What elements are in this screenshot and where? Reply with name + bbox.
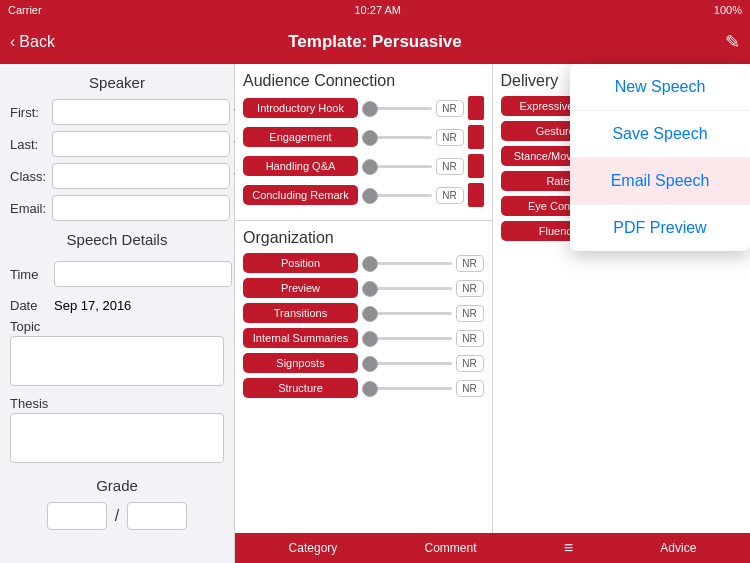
nr-badge-org-0: NR (456, 255, 484, 272)
comment-label: Comment (425, 541, 477, 555)
audience-row-2: Handling Q&A NR (243, 154, 484, 178)
slider-thumb-aud-3[interactable] (362, 188, 378, 204)
audience-btn-0[interactable]: Introductory Hook (243, 98, 358, 118)
colored-bar-aud-3 (468, 183, 484, 207)
nr-badge-org-4: NR (456, 355, 484, 372)
slider-container-org-0 (362, 262, 452, 265)
nr-badge-aud-1: NR (436, 129, 464, 146)
date-row: Date Sep 17, 2016 (10, 298, 224, 313)
back-chevron-icon: ‹ (10, 33, 15, 51)
date-label: Date (10, 298, 48, 313)
audience-btn-2[interactable]: Handling Q&A (243, 156, 358, 176)
slider-thumb-org-3[interactable] (362, 331, 378, 347)
category-label: Category (289, 541, 338, 555)
org-btn-1[interactable]: Preview (243, 278, 358, 298)
slider-thumb-aud-1[interactable] (362, 130, 378, 146)
nr-badge-org-3: NR (456, 330, 484, 347)
thesis-label: Thesis (10, 396, 224, 411)
org-row-0: Position NR (243, 253, 484, 273)
audience-connection-rows: Introductory Hook NR Engagement NR Handl… (243, 96, 484, 207)
speaker-section-title: Speaker (10, 74, 224, 91)
slider-track-org-5 (362, 387, 452, 390)
org-row-1: Preview NR (243, 278, 484, 298)
colored-bar-aud-0 (468, 96, 484, 120)
bottom-bar: Category Comment ≡ Advice (235, 533, 750, 563)
audience-connection-title: Audience Connection (243, 72, 484, 90)
left-panel: Speaker First: * + Last: * Class: * + Em… (0, 64, 235, 563)
slider-track-aud-0 (362, 107, 432, 110)
org-btn-3[interactable]: Internal Summaries (243, 328, 358, 348)
slider-container-org-3 (362, 337, 452, 340)
slider-track-org-4 (362, 362, 452, 365)
slider-track-aud-3 (362, 194, 432, 197)
org-btn-2[interactable]: Transitions (243, 303, 358, 323)
audience-btn-1[interactable]: Engagement (243, 127, 358, 147)
slider-thumb-org-1[interactable] (362, 281, 378, 297)
pdf-preview-item[interactable]: PDF Preview (570, 205, 750, 251)
slider-thumb-org-5[interactable] (362, 381, 378, 397)
slider-thumb-aud-2[interactable] (362, 159, 378, 175)
grade-row: / (10, 502, 224, 530)
speech-details-title: Speech Details (10, 231, 224, 248)
time-input[interactable] (54, 261, 232, 287)
org-btn-5[interactable]: Structure (243, 378, 358, 398)
org-btn-0[interactable]: Position (243, 253, 358, 273)
topic-label: Topic (10, 319, 224, 334)
slider-container-org-5 (362, 387, 452, 390)
audience-row-0: Introductory Hook NR (243, 96, 484, 120)
status-bar: Carrier 10:27 AM 100% (0, 0, 750, 20)
grade-section: Grade / (10, 477, 224, 530)
email-input[interactable] (52, 195, 230, 221)
slider-thumb-org-2[interactable] (362, 306, 378, 322)
main-container: Speaker First: * + Last: * Class: * + Em… (0, 64, 750, 563)
slider-thumb-aud-0[interactable] (362, 101, 378, 117)
grade-numerator-input[interactable] (47, 502, 107, 530)
topic-group: Topic (10, 319, 224, 390)
email-speech-item[interactable]: Email Speech (570, 158, 750, 205)
thesis-input[interactable] (10, 413, 224, 463)
org-btn-4[interactable]: Signposts (243, 353, 358, 373)
nr-badge-aud-0: NR (436, 100, 464, 117)
organization-title: Organization (243, 229, 484, 247)
grade-denominator-input[interactable] (127, 502, 187, 530)
time-row: Time Start Timer (10, 256, 224, 292)
audience-row-3: Concluding Remark NR (243, 183, 484, 207)
org-row-5: Structure NR (243, 378, 484, 398)
slider-track-org-1 (362, 287, 452, 290)
left-scoring-area: Audience Connection Introductory Hook NR… (235, 64, 493, 533)
topic-input[interactable] (10, 336, 224, 386)
slider-track-org-0 (362, 262, 452, 265)
slider-thumb-org-4[interactable] (362, 356, 378, 372)
last-label: Last: (10, 137, 48, 152)
new-speech-item[interactable]: New Speech (570, 64, 750, 111)
grade-slash: / (115, 507, 119, 525)
edit-icon[interactable]: ✎ (725, 31, 740, 53)
organization-section: Organization Position NR Preview NR Tran… (235, 221, 492, 411)
last-name-row: Last: * (10, 131, 224, 157)
advice-label: Advice (660, 541, 696, 555)
class-row: Class: * + (10, 163, 224, 189)
slider-container-org-4 (362, 362, 452, 365)
time-label: Time (10, 267, 48, 282)
carrier-label: Carrier (8, 4, 42, 16)
menu-icon[interactable]: ≡ (564, 539, 573, 557)
last-name-input[interactable] (52, 131, 230, 157)
nr-badge-org-5: NR (456, 380, 484, 397)
slider-track-org-2 (362, 312, 452, 315)
nr-badge-org-1: NR (456, 280, 484, 297)
slider-container-aud-2 (362, 165, 432, 168)
save-speech-item[interactable]: Save Speech (570, 111, 750, 158)
first-name-input[interactable] (52, 99, 230, 125)
first-label: First: (10, 105, 48, 120)
colored-bar-aud-1 (468, 125, 484, 149)
nr-badge-aud-3: NR (436, 187, 464, 204)
grade-title: Grade (10, 477, 224, 494)
organization-rows: Position NR Preview NR Transitions (243, 253, 484, 398)
thesis-group: Thesis (10, 396, 224, 467)
back-button[interactable]: ‹ Back (10, 33, 55, 51)
slider-track-aud-1 (362, 136, 432, 139)
audience-btn-3[interactable]: Concluding Remark (243, 185, 358, 205)
slider-thumb-org-0[interactable] (362, 256, 378, 272)
class-input[interactable] (52, 163, 230, 189)
date-value: Sep 17, 2016 (54, 298, 131, 313)
